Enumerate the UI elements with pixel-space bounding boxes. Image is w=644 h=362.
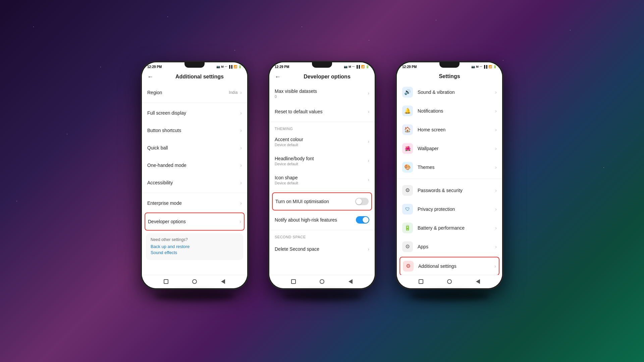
setting-text: Additional settings xyxy=(418,263,494,269)
phone3-header-title: Settings xyxy=(402,73,497,79)
additional-settings-highlight: ⚙ Additional settings › xyxy=(399,257,499,275)
chevron-icon: › xyxy=(239,219,241,224)
phone2-back-button[interactable]: ← xyxy=(275,73,281,80)
chevron-icon: › xyxy=(240,128,242,133)
nav-back-button[interactable] xyxy=(220,278,226,285)
nav-home-button[interactable] xyxy=(191,278,198,285)
miui-optimisation-label: Turn on MIUI optimisation xyxy=(275,199,329,204)
phone1-back-button[interactable]: ← xyxy=(147,73,153,80)
chevron-icon: › xyxy=(240,200,242,206)
divider xyxy=(269,230,375,230)
phone2-notch xyxy=(312,62,332,68)
phone1-notch xyxy=(184,62,205,68)
miui-optimisation-item[interactable]: Turn on MIUI optimisation xyxy=(273,193,371,210)
phone1-header: ← Additional settings xyxy=(142,70,247,84)
chevron-icon: › xyxy=(495,127,497,132)
list-item[interactable]: 🔊 Sound & vibration › xyxy=(397,83,502,102)
phone2-bottom-nav xyxy=(269,275,375,288)
setting-label: Developer options xyxy=(148,219,186,224)
setting-text: Privacy protection xyxy=(418,206,495,212)
list-item[interactable]: ⚙ Passwords & security › xyxy=(397,181,502,200)
chevron-icon: › xyxy=(495,244,497,249)
setting-text: One-handed mode xyxy=(147,162,240,168)
additional-settings-item[interactable]: ⚙ Additional settings › xyxy=(400,257,499,275)
miui-optimisation-toggle[interactable] xyxy=(355,198,369,205)
setting-label: Notifications xyxy=(418,108,443,114)
home-screen-icon: 🏠 xyxy=(402,124,413,135)
nav-back-button[interactable] xyxy=(475,278,481,285)
nav-recent-button[interactable] xyxy=(163,278,169,285)
list-item[interactable]: Accent colour Device default › xyxy=(269,132,375,151)
apps-icon: ⚙ xyxy=(402,241,413,252)
list-item[interactable]: Quick ball › xyxy=(142,139,247,157)
phone1-container: 12:29 PM 📷 M ··· ▐▐ 📶 🔋 ← Additional set… xyxy=(141,61,248,301)
phone1-time: 12:29 PM xyxy=(147,65,162,69)
setting-sub: Device default xyxy=(275,143,368,147)
list-item[interactable]: Icon shape Device default › xyxy=(269,170,375,189)
setting-text: Full screen display xyxy=(147,110,240,116)
list-item[interactable]: Full screen display › xyxy=(142,104,247,122)
home-icon xyxy=(447,279,452,284)
other-settings-title: Need other settings? xyxy=(151,237,238,242)
nav-recent-button[interactable] xyxy=(290,278,297,285)
list-item[interactable]: Notify about high-risk features xyxy=(269,211,375,229)
list-item[interactable]: 🛡 Privacy protection › xyxy=(397,200,502,219)
list-item[interactable]: Headline/body font Device default › xyxy=(269,151,375,170)
phone3-status-icons: 📷 M ··· ▐▐ 📶 🔋 xyxy=(471,65,497,68)
chevron-icon: › xyxy=(495,89,497,95)
setting-text: Headline/body font Device default xyxy=(275,156,368,166)
list-item[interactable]: 🔋 Battery & performance › xyxy=(397,219,502,237)
setting-label: One-handed mode xyxy=(147,163,186,168)
list-item[interactable]: Reset to default values › xyxy=(269,103,375,120)
nav-back-button[interactable] xyxy=(347,278,354,285)
divider xyxy=(142,193,247,193)
nav-home-button[interactable] xyxy=(446,278,453,285)
list-item[interactable]: 🎨 Themes › xyxy=(397,158,502,177)
setting-label: Max visible datasets xyxy=(275,88,317,94)
list-item[interactable]: Delete Second space › xyxy=(269,240,375,258)
toggle-knob xyxy=(363,217,369,223)
passwords-security-icon: ⚙ xyxy=(402,185,413,196)
high-risk-toggle[interactable] xyxy=(356,216,369,224)
list-item[interactable]: 🌺 Wallpaper › xyxy=(397,139,502,158)
chevron-icon: › xyxy=(368,246,369,252)
setting-text: Region xyxy=(147,89,229,96)
backup-restore-link[interactable]: Back up and restore xyxy=(151,244,238,249)
nav-home-button[interactable] xyxy=(319,278,325,285)
setting-text: Icon shape Device default xyxy=(275,175,368,185)
phone2-container: 12:29 PM 📷 M ··· ▐▐ 📶 🔋 ← Developer opti… xyxy=(268,61,376,301)
setting-text: Apps xyxy=(418,244,495,250)
list-item[interactable]: One-handed mode › xyxy=(142,157,247,174)
chevron-icon: › xyxy=(240,163,242,168)
chevron-icon: › xyxy=(495,225,497,231)
chevron-icon: › xyxy=(240,180,242,185)
phone3-time: 12:29 PM xyxy=(402,65,417,69)
list-item[interactable]: Button shortcuts › xyxy=(142,122,247,139)
setting-text: Button shortcuts xyxy=(147,127,240,133)
wallpaper-icon: 🌺 xyxy=(402,143,413,154)
list-item[interactable]: Region India › xyxy=(142,84,247,101)
recent-icon xyxy=(419,279,423,284)
setting-label: Passwords & security xyxy=(418,188,463,193)
chevron-icon: › xyxy=(495,206,497,212)
list-item[interactable]: Accessibility › xyxy=(142,174,247,191)
list-item[interactable]: 🏠 Home screen › xyxy=(397,120,502,139)
list-item[interactable]: Enterprise mode › xyxy=(142,194,247,212)
setting-text: Home screen xyxy=(418,127,495,133)
setting-label: Headline/body font xyxy=(275,156,314,161)
setting-label: Enterprise mode xyxy=(147,200,182,206)
battery-performance-icon: 🔋 xyxy=(402,223,413,233)
list-item[interactable]: 🔔 Notifications › xyxy=(397,102,502,120)
setting-text: Accessibility xyxy=(147,180,240,186)
nav-recent-button[interactable] xyxy=(418,278,424,285)
privacy-protection-icon: 🛡 xyxy=(402,204,413,215)
developer-options-item[interactable]: Developer options › xyxy=(145,213,244,230)
recent-icon xyxy=(164,279,168,284)
setting-text: Wallpaper xyxy=(418,145,495,152)
phone1-shadow xyxy=(154,291,235,301)
list-item[interactable]: ⚙ Apps › xyxy=(397,237,502,256)
phone3-screen: 🔊 Sound & vibration › 🔔 Notifications › xyxy=(397,83,502,275)
list-item[interactable]: Max visible datasets 0 › xyxy=(269,84,375,103)
sound-effects-link[interactable]: Sound effects xyxy=(151,250,238,255)
divider xyxy=(397,179,502,179)
